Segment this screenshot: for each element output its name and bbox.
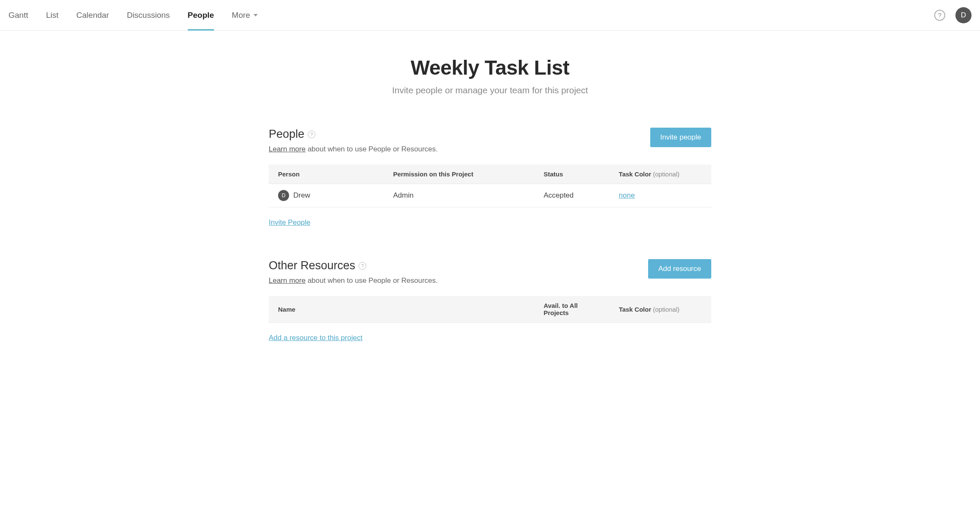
- tab-more[interactable]: More: [232, 0, 258, 31]
- col-person: Person: [269, 165, 384, 184]
- add-resource-link[interactable]: Add a resource to this project: [269, 334, 362, 342]
- people-section-hint: Learn more about when to use People or R…: [269, 145, 438, 154]
- add-resource-button[interactable]: Add resource: [648, 259, 711, 279]
- people-learn-more-link[interactable]: Learn more: [269, 145, 306, 153]
- tab-calendar[interactable]: Calendar: [76, 0, 109, 31]
- page-title: Weekly Task List: [269, 56, 711, 79]
- tab-more-label: More: [232, 11, 250, 20]
- col-status: Status: [534, 165, 609, 184]
- resources-section-header: Other Resources ? Learn more about when …: [269, 259, 711, 285]
- row-status: Accepted: [534, 184, 609, 207]
- invite-people-link[interactable]: Invite People: [269, 218, 310, 227]
- col-task-color: Task Color (optional): [610, 165, 711, 184]
- main-content: Weekly Task List Invite people or manage…: [269, 31, 711, 342]
- people-hint-text: about when to use People or Resources.: [306, 145, 438, 153]
- people-help-icon[interactable]: ?: [308, 131, 315, 138]
- resources-hint-text: about when to use People or Resources.: [306, 276, 438, 285]
- resources-section-hint: Learn more about when to use People or R…: [269, 276, 438, 285]
- person-cell: D Drew: [278, 190, 374, 201]
- col-name: Name: [269, 296, 534, 323]
- resources-section: Other Resources ? Learn more about when …: [269, 259, 711, 342]
- invite-people-button[interactable]: Invite people: [650, 128, 711, 147]
- tab-list[interactable]: List: [46, 0, 58, 31]
- row-person-name: Drew: [293, 191, 310, 200]
- nav-tabs: Gantt List Calendar Discussions People M…: [8, 0, 934, 31]
- table-row: D Drew Admin Accepted none: [269, 184, 711, 207]
- people-section-title: People: [269, 128, 304, 141]
- col-avail: Avail. to All Projects: [534, 296, 609, 323]
- help-icon[interactable]: ?: [934, 10, 945, 21]
- people-table: Person Permission on this Project Status…: [269, 165, 711, 207]
- chevron-down-icon: [253, 14, 258, 17]
- col-permission: Permission on this Project: [384, 165, 534, 184]
- resources-section-title: Other Resources: [269, 259, 355, 272]
- nav-right: ? D: [934, 7, 972, 23]
- row-avatar: D: [278, 190, 289, 201]
- tab-discussions[interactable]: Discussions: [127, 0, 170, 31]
- people-section: People ? Learn more about when to use Pe…: [269, 128, 711, 227]
- row-permission: Admin: [384, 184, 534, 207]
- page-subtitle: Invite people or manage your team for th…: [269, 85, 711, 95]
- resources-learn-more-link[interactable]: Learn more: [269, 276, 306, 285]
- resources-help-icon[interactable]: ?: [359, 262, 366, 270]
- top-nav: Gantt List Calendar Discussions People M…: [0, 0, 980, 31]
- col-resource-task-color: Task Color (optional): [610, 296, 711, 323]
- tab-people[interactable]: People: [188, 0, 214, 31]
- row-task-color-link[interactable]: none: [619, 191, 635, 199]
- people-section-header: People ? Learn more about when to use Pe…: [269, 128, 711, 154]
- tab-gantt[interactable]: Gantt: [8, 0, 28, 31]
- avatar[interactable]: D: [955, 7, 972, 23]
- resources-table: Name Avail. to All Projects Task Color (…: [269, 296, 711, 323]
